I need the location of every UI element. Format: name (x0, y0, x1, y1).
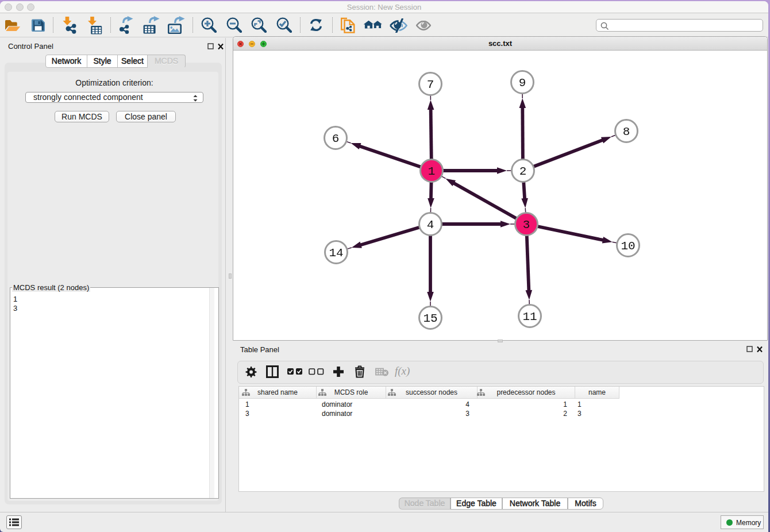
svg-text:6: 6 (332, 132, 340, 145)
svg-text:7: 7 (427, 78, 434, 91)
svg-text:8: 8 (623, 125, 630, 138)
svg-text:15: 15 (423, 312, 437, 325)
svg-text:14: 14 (329, 246, 343, 260)
svg-text:1: 1 (428, 165, 436, 178)
svg-text:11: 11 (522, 310, 537, 323)
svg-text:3: 3 (523, 218, 530, 232)
svg-text:10: 10 (621, 240, 635, 253)
svg-text:2: 2 (519, 165, 527, 178)
svg-text:9: 9 (519, 76, 526, 90)
svg-text:4: 4 (427, 218, 434, 232)
